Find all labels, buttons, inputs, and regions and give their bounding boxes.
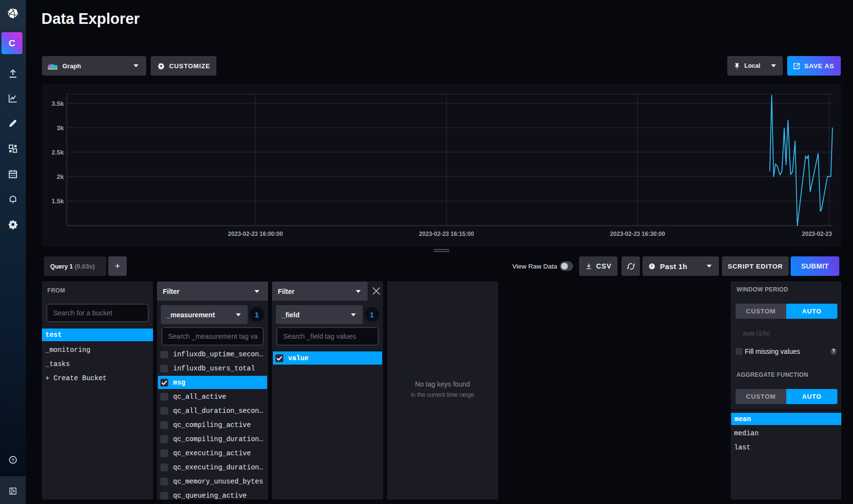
svg-text:2.5k: 2.5k (52, 149, 64, 156)
svg-text:2023-02-23 16:00:00: 2023-02-23 16:00:00 (228, 231, 283, 237)
svg-text:2023-02-23: 2023-02-23 (802, 231, 832, 237)
svg-text:2k: 2k (57, 173, 64, 180)
svg-text:1.5k: 1.5k (52, 197, 64, 205)
svg-text:3.5k: 3.5k (52, 100, 64, 107)
svg-text:2023-02-23 16:30:00: 2023-02-23 16:30:00 (610, 231, 665, 237)
svg-text:?: ? (11, 457, 14, 463)
svg-text:3k: 3k (57, 124, 64, 132)
svg-text:2023-02-23 16:15:00: 2023-02-23 16:15:00 (419, 231, 474, 237)
